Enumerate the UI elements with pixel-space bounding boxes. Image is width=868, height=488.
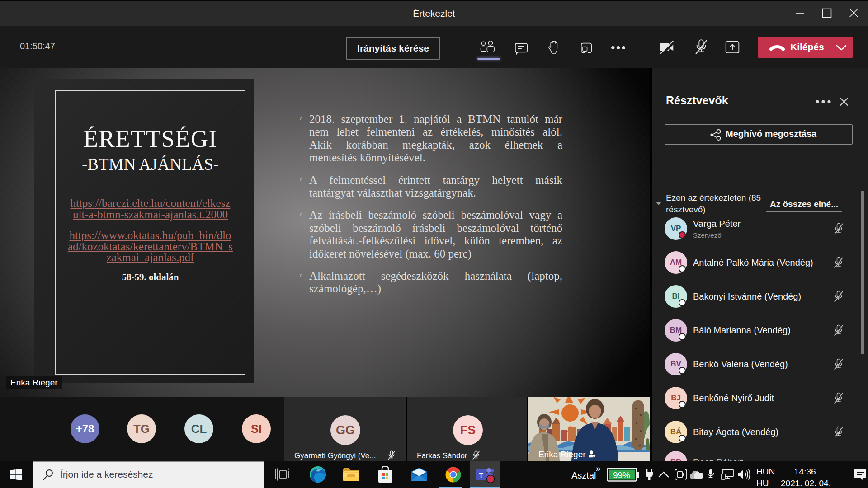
svg-text:T: T (479, 471, 483, 479)
svg-text:99%: 99% (613, 470, 630, 480)
